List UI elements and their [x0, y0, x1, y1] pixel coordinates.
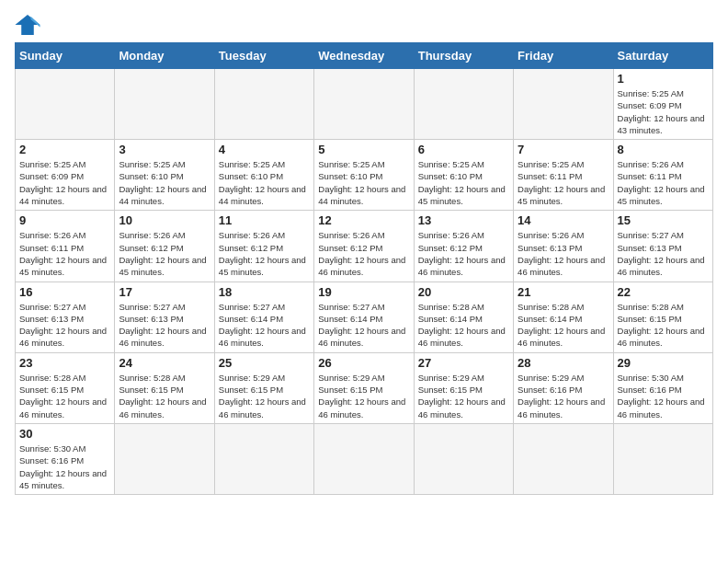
- day-info: Sunrise: 5:26 AM Sunset: 6:12 PM Dayligh…: [318, 229, 409, 278]
- calendar-cell: 28Sunrise: 5:29 AM Sunset: 6:16 PM Dayli…: [514, 352, 613, 423]
- logo: [15, 15, 44, 35]
- day-info: Sunrise: 5:30 AM Sunset: 6:16 PM Dayligh…: [618, 372, 709, 420]
- day-number: 26: [318, 356, 409, 370]
- day-number: 27: [418, 356, 509, 370]
- day-info: Sunrise: 5:28 AM Sunset: 6:15 PM Dayligh…: [119, 372, 210, 420]
- calendar-header-thursday: Thursday: [414, 43, 513, 69]
- calendar-cell: [115, 423, 214, 494]
- day-number: 13: [418, 213, 509, 227]
- calendar-cell: 6Sunrise: 5:25 AM Sunset: 6:10 PM Daylig…: [414, 140, 513, 211]
- calendar-cell: 29Sunrise: 5:30 AM Sunset: 6:16 PM Dayli…: [613, 352, 712, 423]
- calendar-cell: 9Sunrise: 5:26 AM Sunset: 6:11 PM Daylig…: [16, 211, 115, 282]
- day-info: Sunrise: 5:29 AM Sunset: 6:15 PM Dayligh…: [219, 372, 310, 420]
- day-info: Sunrise: 5:27 AM Sunset: 6:13 PM Dayligh…: [19, 301, 110, 350]
- calendar-cell: 13Sunrise: 5:26 AM Sunset: 6:12 PM Dayli…: [414, 211, 513, 282]
- calendar-cell: 17Sunrise: 5:27 AM Sunset: 6:13 PM Dayli…: [115, 282, 214, 352]
- calendar-cell: 14Sunrise: 5:26 AM Sunset: 6:13 PM Dayli…: [514, 211, 613, 282]
- calendar-cell: [314, 69, 414, 140]
- day-info: Sunrise: 5:26 AM Sunset: 6:13 PM Dayligh…: [518, 229, 609, 278]
- day-info: Sunrise: 5:25 AM Sunset: 6:10 PM Dayligh…: [418, 158, 509, 207]
- calendar-cell: 7Sunrise: 5:25 AM Sunset: 6:11 PM Daylig…: [514, 140, 613, 211]
- calendar-header-friday: Friday: [514, 43, 613, 69]
- calendar-cell: 4Sunrise: 5:25 AM Sunset: 6:10 PM Daylig…: [214, 140, 313, 211]
- calendar-cell: 20Sunrise: 5:28 AM Sunset: 6:14 PM Dayli…: [414, 282, 513, 352]
- day-number: 28: [518, 356, 609, 370]
- day-info: Sunrise: 5:28 AM Sunset: 6:15 PM Dayligh…: [19, 372, 110, 420]
- calendar-cell: 22Sunrise: 5:28 AM Sunset: 6:15 PM Dayli…: [613, 282, 712, 352]
- calendar-week-row: 23Sunrise: 5:28 AM Sunset: 6:15 PM Dayli…: [16, 352, 713, 423]
- calendar-cell: 27Sunrise: 5:29 AM Sunset: 6:15 PM Dayli…: [414, 352, 513, 423]
- day-number: 11: [219, 213, 310, 227]
- day-info: Sunrise: 5:25 AM Sunset: 6:11 PM Dayligh…: [518, 158, 609, 207]
- day-number: 20: [418, 285, 509, 299]
- calendar-cell: 15Sunrise: 5:27 AM Sunset: 6:13 PM Dayli…: [613, 211, 712, 282]
- calendar-cell: 3Sunrise: 5:25 AM Sunset: 6:10 PM Daylig…: [115, 140, 214, 211]
- day-info: Sunrise: 5:25 AM Sunset: 6:10 PM Dayligh…: [318, 158, 409, 207]
- day-number: 22: [618, 285, 709, 299]
- calendar-cell: 1Sunrise: 5:25 AM Sunset: 6:09 PM Daylig…: [613, 69, 712, 140]
- day-number: 10: [119, 213, 210, 227]
- day-number: 16: [19, 285, 110, 299]
- logo-icon: [15, 15, 40, 35]
- calendar-cell: 11Sunrise: 5:26 AM Sunset: 6:12 PM Dayli…: [214, 211, 313, 282]
- day-info: Sunrise: 5:27 AM Sunset: 6:14 PM Dayligh…: [219, 301, 310, 350]
- day-number: 3: [119, 143, 210, 156]
- day-number: 4: [219, 143, 310, 156]
- day-info: Sunrise: 5:27 AM Sunset: 6:14 PM Dayligh…: [318, 301, 409, 350]
- day-number: 15: [618, 213, 709, 227]
- day-number: 14: [518, 213, 609, 227]
- calendar-cell: 21Sunrise: 5:28 AM Sunset: 6:14 PM Dayli…: [514, 282, 613, 352]
- calendar-header-tuesday: Tuesday: [214, 43, 313, 69]
- day-info: Sunrise: 5:25 AM Sunset: 6:09 PM Dayligh…: [19, 158, 110, 207]
- day-number: 29: [618, 356, 709, 370]
- calendar-cell: [613, 423, 712, 494]
- page-header: [15, 15, 713, 35]
- calendar-cell: 23Sunrise: 5:28 AM Sunset: 6:15 PM Dayli…: [16, 352, 115, 423]
- calendar-header-saturday: Saturday: [613, 43, 712, 69]
- calendar-cell: 12Sunrise: 5:26 AM Sunset: 6:12 PM Dayli…: [314, 211, 414, 282]
- calendar-week-row: 30Sunrise: 5:30 AM Sunset: 6:16 PM Dayli…: [16, 423, 713, 494]
- day-number: 5: [318, 143, 409, 156]
- calendar-cell: [514, 69, 613, 140]
- calendar-cell: [214, 69, 313, 140]
- day-number: 21: [518, 285, 609, 299]
- calendar-cell: 2Sunrise: 5:25 AM Sunset: 6:09 PM Daylig…: [16, 140, 115, 211]
- day-number: 23: [19, 356, 110, 370]
- day-info: Sunrise: 5:26 AM Sunset: 6:12 PM Dayligh…: [219, 229, 310, 278]
- day-info: Sunrise: 5:29 AM Sunset: 6:16 PM Dayligh…: [518, 372, 609, 420]
- calendar-cell: 18Sunrise: 5:27 AM Sunset: 6:14 PM Dayli…: [214, 282, 313, 352]
- calendar-header-wednesday: Wednesday: [314, 43, 414, 69]
- day-info: Sunrise: 5:28 AM Sunset: 6:15 PM Dayligh…: [618, 301, 709, 350]
- calendar-table: SundayMondayTuesdayWednesdayThursdayFrid…: [15, 42, 713, 495]
- day-info: Sunrise: 5:25 AM Sunset: 6:09 PM Dayligh…: [618, 87, 709, 136]
- day-info: Sunrise: 5:27 AM Sunset: 6:13 PM Dayligh…: [119, 301, 210, 350]
- calendar-cell: 10Sunrise: 5:26 AM Sunset: 6:12 PM Dayli…: [115, 211, 214, 282]
- svg-marker-0: [15, 15, 40, 35]
- day-number: 9: [19, 213, 110, 227]
- calendar-cell: [214, 423, 313, 494]
- calendar-cell: 26Sunrise: 5:29 AM Sunset: 6:15 PM Dayli…: [314, 352, 414, 423]
- day-number: 8: [618, 143, 709, 156]
- calendar-cell: 24Sunrise: 5:28 AM Sunset: 6:15 PM Dayli…: [115, 352, 214, 423]
- calendar-header-sunday: Sunday: [16, 43, 115, 69]
- day-number: 12: [318, 213, 409, 227]
- day-info: Sunrise: 5:28 AM Sunset: 6:14 PM Dayligh…: [418, 301, 509, 350]
- day-number: 2: [19, 143, 110, 156]
- day-info: Sunrise: 5:25 AM Sunset: 6:10 PM Dayligh…: [119, 158, 210, 207]
- day-number: 24: [119, 356, 210, 370]
- calendar-cell: 19Sunrise: 5:27 AM Sunset: 6:14 PM Dayli…: [314, 282, 414, 352]
- day-info: Sunrise: 5:25 AM Sunset: 6:10 PM Dayligh…: [219, 158, 310, 207]
- calendar-cell: [414, 423, 513, 494]
- calendar-cell: 25Sunrise: 5:29 AM Sunset: 6:15 PM Dayli…: [214, 352, 313, 423]
- day-number: 7: [518, 143, 609, 156]
- calendar-header-monday: Monday: [115, 43, 214, 69]
- calendar-cell: [514, 423, 613, 494]
- day-number: 1: [618, 72, 709, 86]
- day-info: Sunrise: 5:26 AM Sunset: 6:12 PM Dayligh…: [418, 229, 509, 278]
- calendar-cell: [414, 69, 513, 140]
- day-info: Sunrise: 5:30 AM Sunset: 6:16 PM Dayligh…: [19, 442, 110, 491]
- day-number: 30: [19, 427, 110, 441]
- day-info: Sunrise: 5:26 AM Sunset: 6:11 PM Dayligh…: [618, 158, 709, 207]
- calendar-cell: 16Sunrise: 5:27 AM Sunset: 6:13 PM Dayli…: [16, 282, 115, 352]
- calendar-week-row: 9Sunrise: 5:26 AM Sunset: 6:11 PM Daylig…: [16, 211, 713, 282]
